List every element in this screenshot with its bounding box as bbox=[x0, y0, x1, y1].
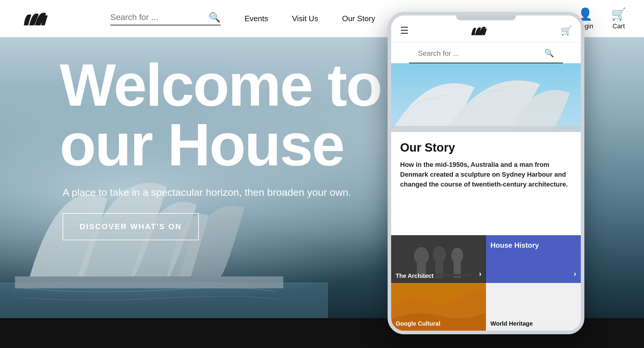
svg-rect-1 bbox=[15, 276, 283, 288]
world-heritage-card[interactable]: World Heritage bbox=[486, 283, 581, 331]
architect-card-arrow: › bbox=[479, 269, 482, 278]
search-icon: 🔍 bbox=[209, 12, 221, 23]
architect-card[interactable]: The Architect › bbox=[391, 235, 486, 283]
hero-subtitle: A place to take in a spectacular horizon… bbox=[63, 187, 381, 198]
architect-card-label: The Architect bbox=[391, 269, 486, 283]
house-history-card[interactable]: House History › bbox=[486, 235, 581, 283]
phone-inner: ☰ 🛒 🔍 bbox=[391, 16, 581, 331]
svg-point-5 bbox=[414, 247, 429, 265]
phone-search-icon[interactable]: 🔍 bbox=[544, 49, 554, 58]
hero-title-line1: Welcome to bbox=[60, 55, 381, 115]
cart-label: Cart bbox=[612, 22, 625, 30]
phone-story-text: How in the mid-1950s, Australia and a ma… bbox=[400, 160, 572, 189]
nav-events[interactable]: Events bbox=[244, 14, 268, 23]
phone-opera-illustration bbox=[391, 63, 581, 132]
google-cultural-card[interactable]: Google Cultural bbox=[391, 283, 486, 331]
cart-icon: 🛒 bbox=[611, 7, 626, 21]
world-heritage-label: World Heritage bbox=[486, 317, 581, 331]
cart-button[interactable]: 🛒 Cart bbox=[611, 7, 626, 30]
phone-content-area: Our Story How in the mid-1950s, Australi… bbox=[391, 132, 581, 235]
phone-menu-icon[interactable]: ☰ bbox=[400, 25, 409, 36]
house-history-label: House History bbox=[490, 241, 576, 250]
phone-cart-icon[interactable]: 🛒 bbox=[561, 25, 572, 36]
phone-notch bbox=[456, 16, 516, 20]
nav-our-story[interactable]: Our Story bbox=[342, 14, 375, 23]
phone-logo bbox=[468, 24, 501, 36]
phone-story-title: Our Story bbox=[400, 141, 572, 154]
hero-title-line2: our House bbox=[60, 115, 381, 175]
hero-text-container: Welcome to our House A place to take in … bbox=[60, 55, 381, 240]
nav-visit-us[interactable]: Visit Us bbox=[292, 14, 318, 23]
google-cultural-label: Google Cultural bbox=[391, 317, 486, 331]
house-history-arrow: › bbox=[574, 269, 576, 278]
search-input[interactable] bbox=[110, 13, 206, 22]
search-bar: 🔍 bbox=[110, 12, 221, 25]
svg-point-7 bbox=[433, 246, 446, 263]
phone-cards-grid: The Architect › House History › Google C… bbox=[391, 235, 581, 331]
phone-search-bar: 🔍 bbox=[409, 43, 563, 63]
phone-mockup: ☰ 🛒 🔍 bbox=[388, 12, 584, 334]
discover-button[interactable]: DISCOVER WHAT'S ON bbox=[63, 213, 199, 240]
phone-hero-image bbox=[391, 63, 581, 132]
site-logo[interactable] bbox=[18, 9, 72, 28]
logo-container bbox=[0, 9, 110, 28]
svg-point-9 bbox=[451, 248, 463, 263]
phone-search-input[interactable] bbox=[418, 49, 544, 58]
svg-rect-3 bbox=[391, 126, 581, 132]
search-button[interactable]: 🔍 bbox=[209, 12, 221, 23]
